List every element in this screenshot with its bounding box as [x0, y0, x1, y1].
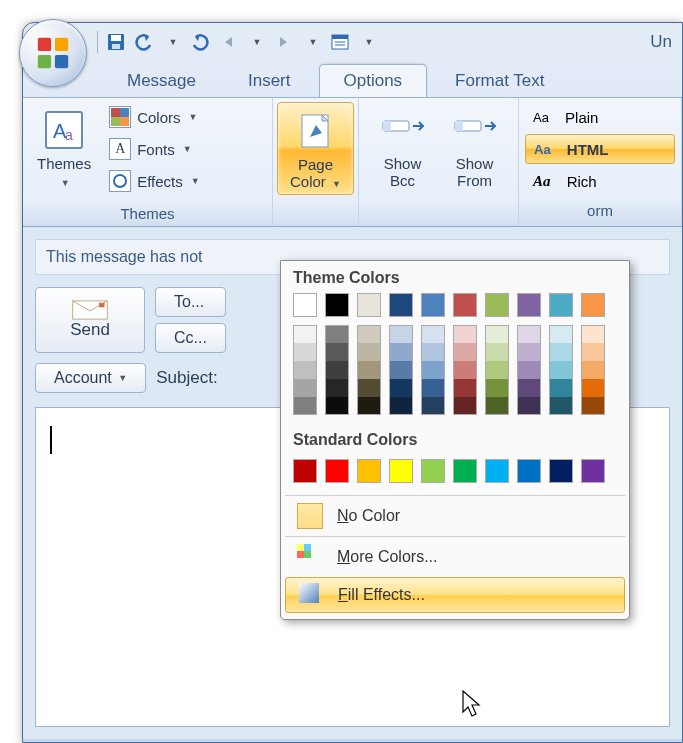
color-swatch[interactable] [357, 293, 381, 317]
color-swatch[interactable] [453, 459, 477, 483]
show-bcc-button[interactable]: Show Bcc [373, 102, 433, 193]
color-swatch[interactable] [517, 379, 541, 397]
undo-dropdown[interactable]: ▼ [158, 28, 186, 56]
themes-button[interactable]: Aa Themes▼ [31, 102, 97, 193]
color-swatch[interactable] [357, 379, 381, 397]
send-button[interactable]: Send [35, 287, 145, 353]
color-swatch[interactable] [549, 343, 573, 361]
color-swatch[interactable] [293, 293, 317, 317]
color-swatch[interactable] [485, 397, 509, 415]
color-swatch[interactable] [325, 361, 349, 379]
color-swatch[interactable] [293, 397, 317, 415]
color-swatch[interactable] [421, 459, 445, 483]
tab-insert[interactable]: Insert [224, 65, 315, 97]
color-swatch[interactable] [325, 343, 349, 361]
color-swatch[interactable] [549, 379, 573, 397]
color-swatch[interactable] [421, 379, 445, 397]
color-swatch[interactable] [325, 459, 349, 483]
color-swatch[interactable] [421, 293, 445, 317]
save-button[interactable] [102, 28, 130, 56]
color-swatch[interactable] [453, 379, 477, 397]
color-swatch[interactable] [453, 293, 477, 317]
fill-effects-item[interactable]: Fill Effects... [285, 577, 625, 613]
color-swatch[interactable] [389, 343, 413, 361]
tab-format-text[interactable]: Format Text [431, 65, 568, 97]
color-swatch[interactable] [549, 325, 573, 343]
next-dropdown[interactable]: ▼ [298, 28, 326, 56]
html-button[interactable]: Aa HTML [525, 134, 675, 164]
color-swatch[interactable] [485, 343, 509, 361]
fonts-button[interactable]: A Fonts▼ [103, 134, 206, 164]
color-swatch[interactable] [325, 293, 349, 317]
to-button[interactable]: To... [155, 287, 226, 317]
color-swatch[interactable] [357, 397, 381, 415]
tab-options[interactable]: Options [319, 64, 428, 97]
color-swatch[interactable] [517, 293, 541, 317]
tab-message[interactable]: Message [103, 65, 220, 97]
show-from-button[interactable]: Show From [445, 102, 505, 193]
rich-text-button[interactable]: Aa Rich [525, 166, 675, 196]
color-swatch[interactable] [389, 325, 413, 343]
color-swatch[interactable] [485, 325, 509, 343]
page-color-button[interactable]: Page Color ▼ [277, 102, 354, 195]
color-swatch[interactable] [485, 293, 509, 317]
color-swatch[interactable] [581, 343, 605, 361]
color-swatch[interactable] [293, 459, 317, 483]
color-swatch[interactable] [549, 397, 573, 415]
color-swatch[interactable] [389, 397, 413, 415]
color-swatch[interactable] [389, 293, 413, 317]
color-swatch[interactable] [357, 459, 381, 483]
color-swatch[interactable] [389, 361, 413, 379]
color-swatch[interactable] [421, 397, 445, 415]
color-swatch[interactable] [389, 459, 413, 483]
color-swatch[interactable] [581, 459, 605, 483]
color-swatch[interactable] [325, 325, 349, 343]
effects-button[interactable]: Effects▼ [103, 166, 206, 196]
color-swatch[interactable] [453, 325, 477, 343]
prev-button[interactable] [214, 28, 242, 56]
color-swatch[interactable] [581, 293, 605, 317]
color-swatch[interactable] [549, 459, 573, 483]
colors-button[interactable]: Colors▼ [103, 102, 206, 132]
more-colors-item[interactable]: More Colors... [285, 539, 625, 575]
color-swatch[interactable] [389, 379, 413, 397]
color-swatch[interactable] [549, 361, 573, 379]
color-swatch[interactable] [293, 325, 317, 343]
color-swatch[interactable] [581, 397, 605, 415]
color-swatch[interactable] [293, 379, 317, 397]
color-swatch[interactable] [421, 361, 445, 379]
qat-customize-dropdown[interactable]: ▼ [354, 28, 382, 56]
prev-dropdown[interactable]: ▼ [242, 28, 270, 56]
next-button[interactable] [270, 28, 298, 56]
color-swatch[interactable] [517, 397, 541, 415]
color-swatch[interactable] [517, 459, 541, 483]
redo-button[interactable] [186, 28, 214, 56]
color-swatch[interactable] [549, 293, 573, 317]
color-swatch[interactable] [581, 379, 605, 397]
color-swatch[interactable] [293, 343, 317, 361]
color-swatch[interactable] [453, 361, 477, 379]
color-swatch[interactable] [421, 325, 445, 343]
plain-text-button[interactable]: Aa Plain [525, 102, 675, 132]
color-swatch[interactable] [517, 325, 541, 343]
color-swatch[interactable] [581, 361, 605, 379]
cc-button[interactable]: Cc... [155, 323, 226, 353]
color-swatch[interactable] [357, 325, 381, 343]
message-options-button[interactable] [326, 28, 354, 56]
color-swatch[interactable] [485, 379, 509, 397]
color-swatch[interactable] [357, 361, 381, 379]
color-swatch[interactable] [485, 361, 509, 379]
color-swatch[interactable] [485, 459, 509, 483]
color-swatch[interactable] [357, 343, 381, 361]
no-color-item[interactable]: No Color [285, 498, 625, 534]
color-swatch[interactable] [517, 343, 541, 361]
account-button[interactable]: Account ▼ [35, 363, 146, 393]
office-button[interactable] [19, 19, 87, 87]
color-swatch[interactable] [325, 397, 349, 415]
color-swatch[interactable] [453, 343, 477, 361]
color-swatch[interactable] [581, 325, 605, 343]
color-swatch[interactable] [421, 343, 445, 361]
color-swatch[interactable] [453, 397, 477, 415]
undo-button[interactable] [130, 28, 158, 56]
color-swatch[interactable] [517, 361, 541, 379]
